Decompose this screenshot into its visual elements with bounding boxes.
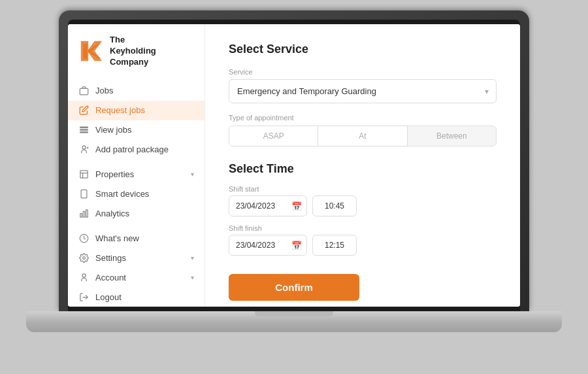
chart-icon <box>78 209 89 219</box>
nav-section-jobs: Jobs Request jobs View job <box>68 78 204 162</box>
appointment-asap-button[interactable]: ASAP <box>229 126 318 146</box>
shift-finish-date-input[interactable] <box>229 235 307 256</box>
app-screen: The Keyholding Company Jobs <box>68 24 520 307</box>
svg-rect-11 <box>83 212 85 218</box>
logout-icon <box>78 292 89 303</box>
svg-point-15 <box>82 274 86 277</box>
svg-rect-8 <box>81 190 87 198</box>
select-service-title: Select Service <box>229 42 497 56</box>
sidebar-item-whats-new[interactable]: What's new <box>68 229 204 248</box>
sidebar-item-view-jobs[interactable]: View jobs <box>68 120 204 140</box>
logo-icon <box>78 39 103 63</box>
edit-icon <box>78 105 89 116</box>
shift-start-date-wrapper: 📅 <box>229 196 307 216</box>
svg-rect-1 <box>80 127 87 128</box>
appointment-type-group: ASAP At Between <box>229 126 497 146</box>
laptop-base <box>26 311 562 332</box>
sidebar-item-properties[interactable]: Properties ▾ <box>68 165 204 184</box>
sidebar-item-settings[interactable]: Settings ▾ <box>68 248 204 268</box>
svg-point-14 <box>82 257 85 260</box>
chevron-down-icon-account: ▾ <box>191 274 194 281</box>
laptop-screen-shell: The Keyholding Company Jobs <box>59 10 529 311</box>
analytics-label: Analytics <box>95 209 129 218</box>
jobs-label: Jobs <box>95 86 113 95</box>
svg-rect-2 <box>80 129 87 130</box>
logout-label: Logout <box>95 292 122 302</box>
building-icon <box>78 169 89 180</box>
gear-icon <box>78 253 89 264</box>
svg-rect-0 <box>80 89 88 95</box>
appointment-at-button[interactable]: At <box>318 126 406 146</box>
patrol-icon <box>78 144 89 155</box>
appointment-type-label: Type of appointment <box>229 114 497 122</box>
svg-rect-12 <box>86 210 88 217</box>
logo-area: The Keyholding Company <box>68 35 204 78</box>
shift-start-group: Shift start 📅 <box>229 185 497 216</box>
logo-text: The Keyholding Company <box>110 35 156 68</box>
sidebar: The Keyholding Company Jobs <box>68 24 205 307</box>
svg-rect-7 <box>80 171 87 178</box>
whats-new-label: What's new <box>95 233 139 243</box>
chevron-down-icon: ▾ <box>191 171 194 178</box>
service-label: Service <box>229 68 497 76</box>
main-content: Select Service Service Emergency and Tem… <box>205 24 520 307</box>
sidebar-item-add-patrol[interactable]: Add patrol package <box>68 140 204 160</box>
account-icon <box>78 273 89 283</box>
appointment-between-button[interactable]: Between <box>407 126 496 146</box>
laptop-wrapper: The Keyholding Company Jobs <box>26 10 562 364</box>
shift-finish-group: Shift finish 📅 <box>229 224 497 256</box>
shift-finish-date-wrapper: 📅 <box>229 235 307 256</box>
view-jobs-label: View jobs <box>95 125 131 135</box>
svg-rect-3 <box>80 132 87 133</box>
sidebar-item-request-jobs[interactable]: Request jobs <box>68 101 204 120</box>
account-label: Account <box>95 273 126 282</box>
shift-start-row: 📅 <box>229 196 497 216</box>
svg-point-4 <box>82 146 86 149</box>
properties-label: Properties <box>95 169 134 179</box>
shift-finish-label: Shift finish <box>229 224 497 232</box>
sidebar-item-smart-devices[interactable]: Smart devices <box>68 184 204 204</box>
sidebar-item-account[interactable]: Account ▾ <box>68 268 204 288</box>
smart-devices-label: Smart devices <box>95 189 149 199</box>
shift-start-date-input[interactable] <box>229 196 307 216</box>
clock-icon <box>78 233 89 244</box>
laptop-screen-bezel: The Keyholding Company Jobs <box>68 20 520 311</box>
settings-label: Settings <box>95 253 126 263</box>
sidebar-item-jobs[interactable]: Jobs <box>68 81 204 101</box>
appointment-type-section: Type of appointment ASAP At Between <box>229 114 497 146</box>
svg-rect-10 <box>80 214 82 218</box>
shift-start-time-input[interactable] <box>312 196 357 216</box>
shift-start-label: Shift start <box>229 185 497 193</box>
list-icon <box>78 125 89 135</box>
chevron-down-icon-settings: ▾ <box>191 254 194 262</box>
sidebar-item-analytics[interactable]: Analytics <box>68 204 204 224</box>
shift-finish-time-input[interactable] <box>312 235 357 256</box>
device-icon <box>78 189 89 199</box>
service-select-wrapper: Emergency and Temporary Guarding Key Hol… <box>229 79 497 103</box>
request-jobs-label: Request jobs <box>95 105 145 115</box>
add-patrol-label: Add patrol package <box>95 144 169 154</box>
nav-section-properties: Properties ▾ Smart devices <box>68 162 204 226</box>
select-time-title: Select Time <box>229 162 497 176</box>
confirm-button[interactable]: Confirm <box>229 274 359 301</box>
shift-finish-row: 📅 <box>229 235 497 256</box>
nav-section-misc: What's new Settings ▾ <box>68 226 204 307</box>
briefcase-icon <box>78 86 89 96</box>
sidebar-item-logout[interactable]: Logout <box>68 288 204 307</box>
service-select[interactable]: Emergency and Temporary Guarding Key Hol… <box>229 79 497 103</box>
